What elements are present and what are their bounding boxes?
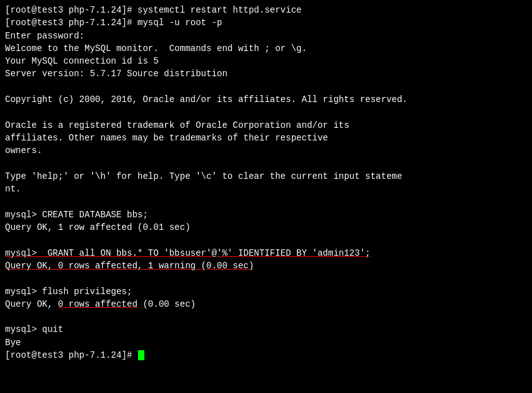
terminal-line: Query OK, 1 row affected (0.01 sec)	[5, 221, 527, 234]
terminal-line: Type 'help;' or '\h' for help. Type '\c'…	[5, 170, 527, 183]
terminal-empty-line	[5, 310, 527, 323]
terminal-line: nt.	[5, 183, 527, 195]
terminal-line-prompt: [root@test3 php-7.1.24]#	[5, 349, 527, 362]
terminal-line-flush-result: Query OK, 0 rows affected (0.00 sec)	[5, 298, 527, 310]
terminal-empty-line	[5, 106, 527, 118]
terminal-empty-line	[5, 195, 527, 208]
terminal-line: [root@test3 php-7.1.24]# mysql -u root -…	[5, 16, 527, 29]
terminal-line: Copyright (c) 2000, 2016, Oracle and/or …	[5, 93, 527, 106]
terminal-line: Welcome to the MySQL monitor. Commands e…	[5, 42, 527, 55]
terminal-line: Oracle is a registered trademark of Orac…	[5, 119, 527, 132]
terminal-line: Enter password:	[5, 30, 527, 42]
terminal-empty-line	[5, 157, 527, 170]
terminal-line: mysql> CREATE DATABASE bbs;	[5, 208, 527, 221]
underline-text: 0 rows affected	[58, 299, 137, 309]
terminal-line-grant: mysql> GRANT all ON bbs.* TO 'bbsuser'@'…	[5, 247, 527, 259]
terminal-empty-line	[5, 272, 527, 285]
terminal-line: mysql> quit	[5, 323, 527, 336]
terminal-line: [root@test3 php-7.1.24]# systemctl resta…	[5, 4, 527, 16]
terminal-line: owners.	[5, 144, 527, 157]
terminal-line-grant-result: Query OK, 0 rows affected, 1 warning (0.…	[5, 259, 527, 272]
terminal-line: Your MySQL connection id is 5	[5, 55, 527, 67]
terminal-empty-line	[5, 234, 527, 246]
terminal-line: Bye	[5, 336, 527, 349]
terminal-line: mysql> flush privileges;	[5, 285, 527, 298]
terminal-empty-line	[5, 81, 527, 93]
terminal-window[interactable]: [root@test3 php-7.1.24]# systemctl resta…	[0, 0, 532, 393]
terminal-line: affiliates. Other names may be trademark…	[5, 132, 527, 144]
terminal-line: Server version: 5.7.17 Source distributi…	[5, 67, 527, 80]
terminal-cursor	[138, 350, 144, 360]
